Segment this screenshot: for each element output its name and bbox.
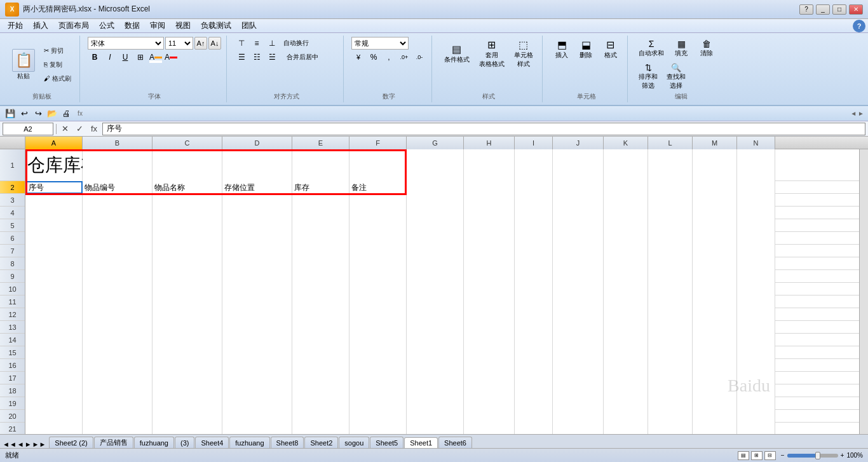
row-header-9[interactable]: 9 xyxy=(0,270,25,283)
increase-font-button[interactable]: A↑ xyxy=(194,37,207,50)
clear-button[interactable]: 🗑 清除 xyxy=(695,37,718,60)
cell-m1[interactable] xyxy=(693,149,737,181)
decrease-decimal-button[interactable]: .0- xyxy=(412,51,426,64)
row-header-16[interactable]: 16 xyxy=(0,359,25,372)
cell-n2[interactable] xyxy=(737,181,775,194)
row-header-11[interactable]: 11 xyxy=(0,296,25,308)
cut-button[interactable]: ✂ 剪切 xyxy=(41,44,74,57)
sheet-nav-prev[interactable]: ◄ xyxy=(17,440,24,448)
cell-e3[interactable] xyxy=(292,194,349,207)
percent-button[interactable]: % xyxy=(367,51,381,64)
italic-button[interactable]: I xyxy=(103,51,117,64)
cell-k2[interactable] xyxy=(604,181,648,194)
sheet-tab-3[interactable]: (3) xyxy=(175,437,194,448)
currency-button[interactable]: ¥ xyxy=(351,51,365,64)
cell-m2[interactable] xyxy=(693,181,737,194)
col-header-a[interactable]: A xyxy=(25,137,83,149)
bold-button[interactable]: B xyxy=(88,51,102,64)
cell-f2[interactable]: 备注 xyxy=(349,181,407,194)
row-header-8[interactable]: 8 xyxy=(0,257,25,270)
cell-f1[interactable] xyxy=(349,149,407,181)
cell-h3[interactable] xyxy=(464,194,515,207)
cell-style-button[interactable]: ⬚ 单元格 样式 xyxy=(511,37,536,71)
cell-b3[interactable] xyxy=(83,194,153,207)
zoom-out-button[interactable]: − xyxy=(781,452,785,459)
menu-view[interactable]: 视图 xyxy=(170,19,196,32)
sheet-tab-sheet5[interactable]: Sheet5 xyxy=(370,437,403,448)
sheet-nav-right[interactable]: ►► xyxy=(32,440,46,448)
menu-page-layout[interactable]: 页面布局 xyxy=(53,19,94,32)
cell-d3[interactable] xyxy=(222,194,292,207)
formula-fx-icon[interactable]: fx xyxy=(88,124,100,133)
autosum-button[interactable]: Σ 自动求和 xyxy=(635,37,667,60)
row-header-6[interactable]: 6 xyxy=(0,232,25,245)
cell-c2[interactable]: 物品名称 xyxy=(153,181,222,194)
cell-n1[interactable] xyxy=(737,149,775,181)
sheet-tab-sheet2-2[interactable]: Sheet2 (2) xyxy=(49,437,93,448)
cell-g2[interactable] xyxy=(407,181,464,194)
sheet-tab-sheet1[interactable]: Sheet1 xyxy=(404,437,438,448)
cell-i1[interactable] xyxy=(515,149,553,181)
cell-h2[interactable] xyxy=(464,181,515,194)
conditional-format-button[interactable]: ▤ 条件格式 xyxy=(441,41,473,66)
align-top-button[interactable]: ⊤ xyxy=(234,37,248,50)
format-cells-button[interactable]: ⊟ 格式 xyxy=(599,37,622,62)
cell-e2[interactable]: 库存 xyxy=(292,181,349,194)
page-layout-view-button[interactable]: ⊞ xyxy=(751,451,763,460)
col-header-k[interactable]: K xyxy=(604,137,648,149)
col-header-f[interactable]: F xyxy=(349,137,407,149)
number-format-select[interactable]: 常规 xyxy=(351,37,409,50)
redo-button[interactable]: ↪ xyxy=(32,107,44,120)
col-header-n[interactable]: N xyxy=(737,137,775,149)
normal-view-button[interactable]: ▤ xyxy=(738,451,749,460)
col-header-b[interactable]: B xyxy=(83,137,153,149)
row-header-13[interactable]: 13 xyxy=(0,321,25,334)
sheet-tab-sogou[interactable]: sogou xyxy=(339,437,369,448)
col-header-l[interactable]: L xyxy=(648,137,693,149)
page-break-view-button[interactable]: ⊟ xyxy=(764,451,776,460)
sheet-nav-left[interactable]: ◄◄ xyxy=(3,440,17,448)
row-header-20[interactable]: 20 xyxy=(0,410,25,423)
menu-start[interactable]: 开始 xyxy=(3,19,28,32)
row-header-4[interactable]: 4 xyxy=(0,207,25,219)
row-header-2[interactable]: 2 xyxy=(0,181,25,194)
formula-confirm-icon[interactable]: ✓ xyxy=(74,124,86,133)
comma-button[interactable]: , xyxy=(382,51,396,64)
minimize-button[interactable]: _ xyxy=(816,4,830,15)
menu-formula[interactable]: 公式 xyxy=(94,19,119,32)
scroll-arrow-right[interactable]: ► xyxy=(858,110,864,117)
row-header-14[interactable]: 14 xyxy=(0,334,25,346)
cell-l1[interactable] xyxy=(648,149,693,181)
cell-d2[interactable]: 存储位置 xyxy=(222,181,292,194)
row-header-7[interactable]: 7 xyxy=(0,245,25,257)
sheet-tab-sheet8[interactable]: Sheet8 xyxy=(271,437,304,448)
row-header-18[interactable]: 18 xyxy=(0,384,25,397)
restore-button[interactable]: □ xyxy=(832,4,846,15)
row-header-3[interactable]: 3 xyxy=(0,194,25,207)
align-center-button[interactable]: ☷ xyxy=(250,51,264,64)
cell-k1[interactable] xyxy=(604,149,648,181)
cell-g1[interactable] xyxy=(407,149,464,181)
wrap-text-button[interactable]: 自动换行 xyxy=(280,37,312,50)
find-select-button[interactable]: 🔍 查找和 选择 xyxy=(663,61,689,92)
col-header-i[interactable]: I xyxy=(515,137,553,149)
cell-c1[interactable] xyxy=(153,149,222,181)
align-bottom-button[interactable]: ⊥ xyxy=(265,37,279,50)
vertical-scrollbar[interactable] xyxy=(859,149,868,434)
sheet-tab-products[interactable]: 产品销售 xyxy=(94,437,133,448)
cell-j2[interactable] xyxy=(553,181,604,194)
row-header-5[interactable]: 5 xyxy=(0,219,25,232)
cell-b2[interactable]: 物品编号 xyxy=(83,181,153,194)
col-header-h[interactable]: H xyxy=(464,137,515,149)
cell-e1[interactable] xyxy=(292,149,349,181)
formula-cancel-icon[interactable]: ✕ xyxy=(59,124,71,133)
menu-review[interactable]: 审阅 xyxy=(145,19,170,32)
row-header-10[interactable]: 10 xyxy=(0,283,25,296)
merge-center-button[interactable]: 合并后居中 xyxy=(280,51,325,64)
delete-cells-button[interactable]: ⬓ 删除 xyxy=(574,37,597,62)
name-box[interactable]: A2 xyxy=(3,123,53,135)
cell-l2[interactable] xyxy=(648,181,693,194)
sheet-tab-fuzhuang2[interactable]: fuzhuang xyxy=(229,437,269,448)
menu-data[interactable]: 数据 xyxy=(119,19,145,32)
align-right-button[interactable]: ☱ xyxy=(265,51,279,64)
